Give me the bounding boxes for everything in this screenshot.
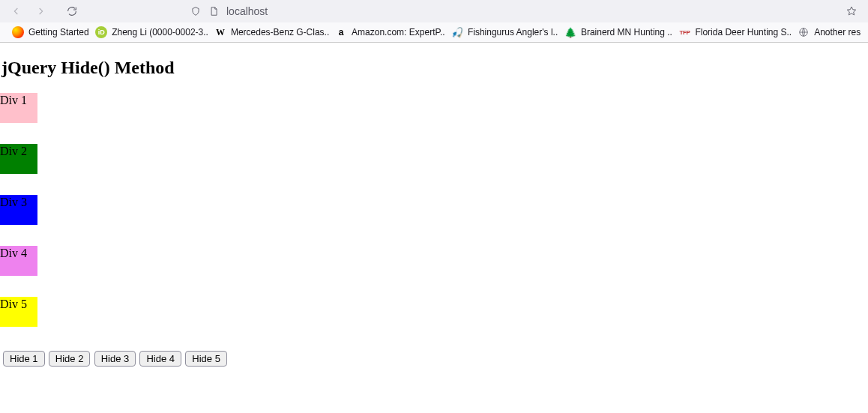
- div-3: Div 3: [0, 195, 37, 225]
- bookmark-label: Getting Started: [28, 27, 89, 37]
- bookmark-star-button[interactable]: [841, 2, 862, 20]
- forward-button[interactable]: [30, 2, 51, 20]
- wikipedia-icon: W: [214, 26, 226, 38]
- amazon-icon: a: [335, 26, 347, 38]
- star-icon: [846, 5, 858, 17]
- bookmark-mercedes[interactable]: W Mercedes-Benz G-Clas...: [208, 25, 329, 40]
- hide-5-button[interactable]: Hide 5: [185, 351, 227, 367]
- arrow-right-icon: [34, 5, 46, 17]
- bookmark-label: Fishingurus Angler's l...: [468, 27, 558, 37]
- bookmark-another-res[interactable]: Another res: [792, 25, 862, 40]
- tree-icon: 🌲: [564, 26, 576, 38]
- bookmarks-bar: Getting Started iD Zheng Li (0000-0002-3…: [0, 22, 868, 42]
- hide-4-button[interactable]: Hide 4: [139, 351, 181, 367]
- refresh-button[interactable]: [61, 2, 82, 20]
- back-button[interactable]: [6, 2, 27, 20]
- div-2: Div 2: [0, 144, 37, 174]
- bookmark-florida-deer[interactable]: TFP Florida Deer Hunting S...: [672, 25, 792, 40]
- arrow-left-icon: [10, 5, 22, 17]
- page-icon: [208, 6, 219, 16]
- bookmark-label: Mercedes-Benz G-Clas...: [231, 27, 329, 37]
- browser-chrome: localhost Getting Started iD Zheng Li (0…: [0, 0, 868, 43]
- bookmark-getting-started[interactable]: Getting Started: [6, 25, 89, 40]
- url-bar[interactable]: localhost: [190, 5, 268, 17]
- tfp-icon: TFP: [678, 26, 690, 38]
- bookmark-brainerd[interactable]: 🌲 Brainerd MN Hunting ...: [558, 25, 673, 40]
- bookmark-amazon[interactable]: a Amazon.com: ExpertP...: [329, 25, 445, 40]
- bookmark-label: Florida Deer Hunting S...: [695, 27, 792, 37]
- bookmark-fishingurus[interactable]: 🎣 Fishingurus Angler's l...: [445, 25, 558, 40]
- bookmark-label: Zheng Li (0000-0002-3...: [112, 27, 208, 37]
- bookmark-label: Brainerd MN Hunting ...: [581, 27, 673, 37]
- shield-icon: [190, 6, 201, 16]
- hide-1-button[interactable]: Hide 1: [3, 351, 45, 367]
- div-1: Div 1: [0, 93, 37, 123]
- div-5: Div 5: [0, 297, 37, 327]
- orcid-icon: iD: [95, 26, 107, 38]
- refresh-icon: [66, 5, 78, 17]
- page-heading: jQuery Hide() Method: [0, 58, 868, 78]
- button-row: Hide 1 Hide 2 Hide 3 Hide 4 Hide 5: [0, 348, 868, 370]
- firefox-icon: [12, 26, 24, 38]
- nav-bar: localhost: [0, 0, 868, 22]
- div-4: Div 4: [0, 246, 37, 276]
- hide-3-button[interactable]: Hide 3: [94, 351, 136, 367]
- hide-2-button[interactable]: Hide 2: [49, 351, 91, 367]
- fishing-icon: 🎣: [451, 26, 463, 38]
- url-text: localhost: [226, 5, 268, 17]
- globe-icon: [798, 26, 810, 38]
- page-content: jQuery Hide() Method Div 1 Div 2 Div 3 D…: [0, 58, 868, 370]
- bookmark-label: Amazon.com: ExpertP...: [352, 27, 445, 37]
- bookmark-label: Another res: [814, 27, 861, 37]
- bookmark-zheng-li[interactable]: iD Zheng Li (0000-0002-3...: [89, 25, 208, 40]
